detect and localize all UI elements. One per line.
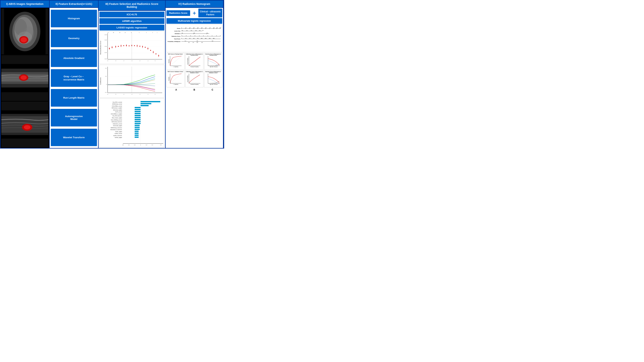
svg-text:High Risk Threshold: High Risk Threshold — [210, 84, 218, 85]
misclassification-svg: Misclassification Error -6 -5 -4 -3 -2 -… — [100, 32, 164, 64]
svg-text:60: 60 — [193, 38, 194, 39]
label-b: B — [194, 88, 195, 91]
svg-text:1 - Specificity: 1 - Specificity — [173, 84, 178, 85]
svg-text:Horzl_ShrtRleng_coronal: Horzl_ShrtRleng_coronal — [111, 119, 122, 120]
svg-text:4.5: 4.5 — [199, 30, 200, 31]
svg-text:-0.2: -0.2 — [105, 92, 107, 93]
svg-text:S11Correlat_sagittal: S11Correlat_sagittal — [113, 125, 122, 126]
coefficients-svg: Coefficients -6 -5 -4 -3 -2 -1 0 -0.2 0 … — [100, 65, 164, 97]
svg-point-8 — [21, 37, 27, 42]
svg-text:45Gy_Fraction_sagittal: 45Gy_Fraction_sagittal — [112, 117, 122, 118]
svg-rect-136 — [135, 128, 140, 130]
decision-training-curve: Decision Curve of Nomogram in Training C… — [204, 53, 222, 70]
svg-text:S02Correlat_transverse: S02Correlat_transverse — [112, 121, 122, 122]
roc-training-curve: ROC Curve in Training Cohort Sensitivity… — [166, 53, 184, 70]
svg-point-53 — [123, 45, 124, 46]
svg-text:0.5: 0.5 — [182, 30, 183, 31]
svg-rect-122 — [135, 115, 141, 116]
svg-text:Area_S55_transverse: Area_S55_transverse — [112, 115, 122, 116]
svg-text:5.5: 5.5 — [202, 30, 204, 31]
clinical-factors-box: Clinical－ultrasonic Factors — [198, 9, 222, 17]
col3-content: ICC>0.75 mRMR algorithm LASSO logistic r… — [98, 11, 165, 148]
svg-text:0.45: 0.45 — [104, 34, 107, 35]
svg-rect-110 — [141, 103, 152, 104]
svg-text:GeoNsz_transverse: GeoNsz_transverse — [113, 135, 122, 136]
svg-rect-230 — [206, 55, 220, 68]
svg-text:4B: 4B — [194, 33, 195, 34]
feature-absolute-gradient: Absolute Gradient — [51, 49, 97, 67]
svg-text:0.8: 0.8 — [201, 42, 203, 43]
svg-text:0.5: 0.5 — [196, 40, 198, 42]
decision-validation-svg: High Risk Threshold — [205, 73, 221, 85]
lasso-coefficients-chart: Coefficients -6 -5 -4 -3 -2 -1 0 -0.2 0 … — [99, 65, 164, 97]
svg-text:2: 2 — [152, 32, 153, 33]
col2-header: II) Feature Extraction(n=1101) — [50, 1, 98, 8]
svg-point-61 — [145, 47, 146, 48]
svg-text:3: 3 — [216, 35, 217, 36]
svg-text:S11InvOfMom_coronal: S11InvOfMom_coronal — [112, 105, 122, 106]
svg-text:0: 0 — [181, 27, 182, 29]
svg-text:160: 160 — [213, 38, 214, 39]
svg-text:1: 1 — [157, 32, 158, 33]
decision-validation-curve: Decision Curve of Nomogram in Validation… — [204, 71, 222, 87]
svg-text:Misclassification Error: Misclassification Error — [100, 41, 102, 55]
svg-text:GrNonZeros_coronal: GrNonZeros_coronal — [113, 123, 122, 124]
svg-point-63 — [150, 50, 151, 51]
svg-text:Lesion Size: Lesion Size — [174, 31, 180, 32]
svg-text:1: 1 — [207, 35, 208, 36]
svg-text:3.5: 3.5 — [195, 30, 196, 31]
calibration-validation-curve: Calibration Curve of Nomogram in Validat… — [185, 71, 204, 87]
svg-text:-2: -2 — [194, 35, 195, 36]
svg-text:S22contrast_A_transverse: S22contrast_A_transverse — [110, 129, 122, 130]
svg-text:0.30: 0.30 — [104, 52, 107, 53]
svg-text:-1: -1 — [199, 35, 200, 36]
step-mrmr: mRMR algorithm — [99, 18, 164, 24]
svg-text:-0.4: -0.4 — [128, 144, 130, 145]
breast-svg-coronal — [1, 9, 48, 54]
plus-sign: ＋ — [191, 9, 198, 17]
svg-text:S040rEntropy_coronal: S040rEntropy_coronal — [112, 103, 122, 105]
svg-text:GeoNc_sagittal: GeoNc_sagittal — [115, 131, 122, 132]
roc-charts-section: ROC Curve in Training Cohort Sensitivity… — [166, 53, 222, 147]
svg-rect-240 — [187, 73, 201, 85]
svg-text:5: 5 — [139, 32, 140, 33]
svg-rect-144 — [135, 136, 138, 138]
svg-text:Predicted Probability: Predicted Probability — [191, 84, 199, 85]
svg-text:3: 3 — [146, 32, 147, 33]
svg-text:-2: -2 — [140, 60, 140, 61]
svg-text:-3: -3 — [131, 94, 132, 95]
svg-text:Coefficients: Coefficients — [100, 77, 102, 85]
svg-text:0.2: 0.2 — [188, 42, 190, 43]
abvs-image-coronal — [1, 9, 48, 54]
svg-text:19: 19 — [125, 32, 126, 33]
svg-text:-2: -2 — [140, 94, 140, 95]
step-icc: ICC>0.75 — [99, 12, 164, 17]
svg-text:4A: 4A — [182, 33, 183, 34]
svg-text:0.8: 0.8 — [160, 144, 162, 145]
svg-text:High Risk Threshold: High Risk Threshold — [210, 66, 218, 67]
abvs-images-container — [0, 8, 49, 148]
svg-text:-3: -3 — [190, 35, 191, 36]
breast-svg-sagittal — [1, 55, 48, 101]
svg-text:0.9: 0.9 — [212, 40, 213, 42]
roc-validation-svg: Sensitivity 1 - Specificity — [167, 73, 184, 85]
svg-rect-140 — [135, 132, 138, 134]
svg-text:Probability of Malignant: Probability of Malignant — [168, 41, 180, 42]
svg-text:80: 80 — [197, 38, 198, 39]
svg-text:0: 0 — [181, 38, 182, 39]
svg-rect-116 — [135, 109, 141, 110]
step-lasso: LASSO logistic regression — [99, 25, 164, 31]
svg-text:Actual Probability: Actual Probability — [187, 75, 188, 82]
svg-point-55 — [129, 46, 130, 46]
svg-text:140: 140 — [209, 38, 210, 39]
abc-labels: A B C — [166, 88, 222, 91]
col4-header: IV) Radiomics Nomogram — [166, 1, 223, 8]
svg-text:0.4: 0.4 — [192, 42, 194, 43]
svg-text:Total Points: Total Points — [174, 38, 180, 40]
svg-point-51 — [118, 46, 119, 47]
svg-rect-120 — [135, 113, 141, 114]
svg-text:0: 0 — [155, 94, 156, 95]
lasso-misclassification-chart: Misclassification Error -6 -5 -4 -3 -2 -… — [99, 31, 164, 64]
feature-geometry: Geometry — [51, 30, 97, 47]
label-a: A — [176, 88, 177, 91]
